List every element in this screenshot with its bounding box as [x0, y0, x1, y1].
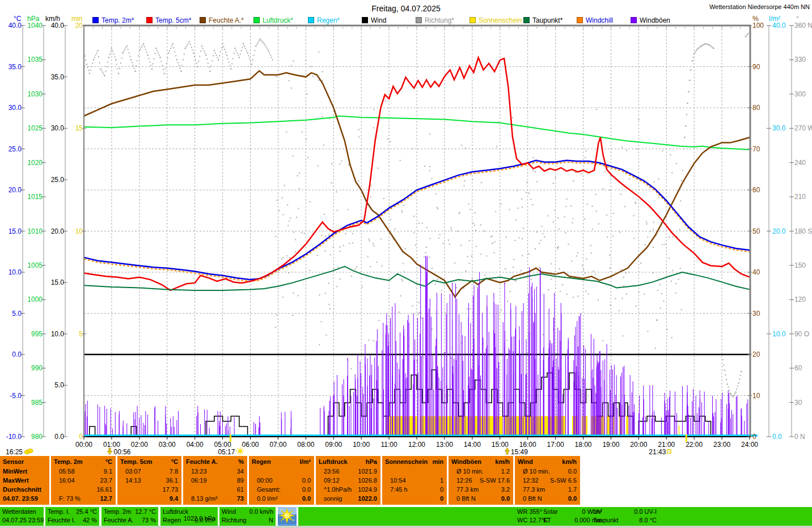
stats-cell: 61 [237, 486, 244, 493]
axis-tick-label: 80 [752, 104, 760, 112]
stats-column: Windkm/hØ 10 min.0.012:32S-SW 6.577.3 km… [515, 456, 580, 505]
square-icon [666, 448, 673, 456]
stats-cell: 16.61 [96, 486, 112, 493]
axis-tick-label: 25.0 [9, 145, 22, 153]
status-value: 8.0 °C [639, 517, 657, 523]
axis-tick-label: 10 [75, 227, 83, 235]
status-label: Taupunkt [593, 517, 619, 523]
status-label: Wind [222, 508, 236, 515]
axis-tick-label: -5.0 [10, 392, 22, 400]
stats-cell: S-SW 17.6 [480, 477, 510, 484]
stats-cell: min [432, 458, 443, 465]
stats-cell: 1021.9 [358, 468, 377, 475]
stats-cell: hPa [366, 458, 377, 465]
status-label: Feuchte I. [48, 517, 75, 523]
marker-time-label: 00:56 [113, 448, 130, 456]
axis-tick-label: 15.0 [9, 227, 22, 235]
stats-cell: 14:13 [125, 477, 141, 484]
axis-tick-label: 00:00 [75, 441, 92, 449]
status-label: Richtung [222, 517, 246, 523]
axis-tick-label: 980 [31, 433, 43, 441]
axis-tick-label: 35.0 [51, 73, 65, 81]
axis-tick-label: 50 [752, 227, 760, 235]
axis-tick-label: 07:00 [269, 441, 286, 449]
stats-cell: F: 73 % [59, 495, 81, 502]
stats-cell: 1.2 [501, 468, 510, 475]
axis-tick-label: 1030 [27, 90, 43, 98]
axis-tick-label: 360 N [794, 22, 812, 29]
axis-tick-label: 24:00 [741, 441, 758, 449]
axis-tick-label: 30 [794, 399, 802, 407]
axis-tick-label: 240 [794, 159, 806, 167]
axis-tick-label: 70 [752, 145, 760, 153]
axis-tick-label: 210 [794, 193, 806, 201]
stats-cell: Ø 10 min. [523, 468, 550, 475]
status-value: 25.4 °C [76, 508, 97, 515]
axis-tick-label: 30.0 [9, 104, 22, 112]
axis-tick-label: 990 [31, 364, 43, 372]
axis-marker-05-17: 05:17 [218, 447, 246, 456]
axis-tick-label: 0.0 [54, 433, 64, 441]
stats-cell: 13:23 [191, 468, 207, 475]
weather-symbol-sun-icon [278, 507, 297, 526]
axis-tick-label: 180 S [794, 227, 812, 235]
stats-cell: 0.0 [501, 495, 510, 502]
stats-column: LuftdruckhPa23:561021.909:121026.8^1.0hP… [316, 456, 380, 505]
stats-cell: 0.0 [302, 486, 311, 493]
stats-cell: 77.3 km [456, 486, 479, 493]
status-label: Luftdruck [163, 508, 188, 515]
axis-tick-label: 10 [752, 392, 760, 400]
stats-cell: 7:45 h [390, 486, 408, 493]
stats-cell: 16:04 [59, 477, 75, 484]
axis-tick-label: 60 [752, 186, 760, 194]
axis-tick-label: 1000 [27, 295, 43, 303]
stats-cell: 10:54 [390, 477, 406, 484]
stats-cell: 17.73 [162, 486, 178, 493]
axis-tick-label: 995 [31, 330, 43, 338]
stats-cell: 0.0 [302, 477, 311, 484]
axis-tick-label: 04:00 [187, 441, 204, 449]
axis-tick-label: 0 N [794, 433, 805, 441]
stats-cell: 9.1 [104, 468, 112, 475]
axis-tick-label: 120 [794, 295, 806, 303]
stats-cell: S-SW 6.5 [550, 477, 577, 484]
axis-tick-label: 30.0 [772, 124, 786, 132]
axis-tick-label: 10.0 [9, 268, 22, 276]
status-value: 0.0 km/h [249, 508, 273, 515]
stats-cell: MaxWert [3, 477, 29, 484]
axis-tick-label: 1025 [27, 124, 43, 132]
marker-time-label: 16:25 [6, 448, 23, 456]
stats-cell: 00:00 [257, 477, 273, 484]
stats-cell: km/h [495, 458, 510, 465]
stats-cell: 3.2 [501, 486, 510, 493]
stats-cell: Regen [252, 458, 271, 465]
sunshine-bar [679, 425, 680, 436]
stats-cell: °C [105, 458, 112, 465]
sunshine-bar [607, 416, 610, 436]
stats-table: SensorMinWertMaxWertDurchschnitt04.07. 2… [0, 456, 812, 505]
axis-tick-label: 0.0 [12, 350, 22, 358]
axis-tick-label: 60 [794, 364, 802, 372]
status-label: Temp. 2m [104, 508, 131, 515]
stats-cell: 0.0 [568, 495, 577, 502]
stats-cell: 34 [237, 468, 244, 475]
status-label: 04.07.25 23:59 [2, 517, 44, 523]
stats-cell: °C [171, 458, 178, 465]
stats-cell: 0.0 l/m² [257, 495, 278, 502]
stats-column: Feuchte A.%13:233406:1989618.13 g/m³73 [183, 456, 247, 505]
status-label: UV [593, 508, 602, 515]
axis-tick-label: 40.0 [9, 22, 22, 29]
stats-cell: MinWert [3, 468, 27, 475]
status-value: N [269, 517, 273, 523]
stats-cell: 1 [440, 477, 443, 484]
stats-cell: 1024.9 [358, 486, 377, 493]
stats-cell: % [238, 458, 244, 465]
axis-tick-label: 1040 [27, 22, 43, 29]
stats-cell: 77.3 km [523, 486, 545, 493]
stats-cell: 09:12 [324, 477, 340, 484]
status-value: 0.0 l/m² [194, 517, 215, 523]
sun-icon [235, 447, 246, 457]
stats-cell: 05:58 [59, 468, 75, 475]
status-value: 42 % [83, 517, 97, 523]
status-cell: Wetterdaten04.07.25 23:59 [0, 507, 44, 526]
